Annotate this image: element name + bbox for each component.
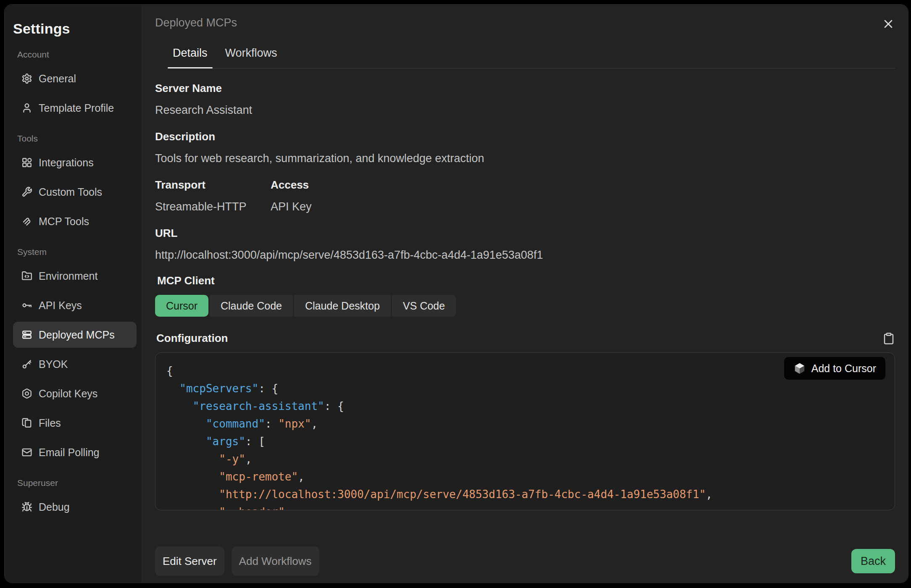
sidebar-item-label: Environment — [39, 270, 97, 282]
server-icon — [21, 329, 32, 340]
sidebar-item-files[interactable]: Files — [13, 410, 137, 436]
section-label: System — [17, 247, 137, 257]
sidebar-item-label: API Keys — [39, 299, 82, 312]
configuration-code-block[interactable]: { "mcpServers": { "research-assistant": … — [155, 352, 895, 510]
sidebar-item-label: Debug — [39, 501, 70, 513]
sidebar-title: Settings — [13, 21, 137, 37]
hexagon-circle-icon — [21, 388, 32, 399]
tab-workflows[interactable]: Workflows — [220, 43, 282, 68]
sidebar-item-email-polling[interactable]: Email Polling — [13, 439, 137, 465]
code-line: "args": [ — [166, 433, 884, 450]
sidebar-item-label: Email Polling — [39, 446, 100, 459]
sidebar-item-integrations[interactable]: Integrations — [13, 150, 137, 176]
deployed-mcps-panel: Deployed MCPs Details Workflows Server N… — [142, 5, 908, 583]
sidebar-item-label: Files — [39, 417, 61, 429]
client-option-claude-code[interactable]: Claude Code — [210, 295, 293, 317]
sidebar-item-label: Copilot Keys — [39, 388, 97, 400]
sidebar-item-label: General — [39, 73, 76, 85]
sidebar-section-tools: Tools Integrations Custom Tools MCP Tool… — [13, 134, 137, 234]
transport-access-row: Transport Streamable-HTTP Access API Key — [155, 165, 895, 213]
sidebar-section-account: Account General Template Profile — [13, 50, 137, 121]
url-label: URL — [155, 227, 895, 240]
client-option-cursor[interactable]: Cursor — [155, 295, 208, 317]
back-button[interactable]: Back — [851, 549, 895, 573]
sidebar-item-custom-tools[interactable]: Custom Tools — [13, 179, 137, 205]
code-line: "research-assistant": { — [166, 397, 884, 415]
configuration-header: Configuration — [155, 332, 895, 345]
mail-icon — [21, 447, 32, 458]
sidebar-item-api-keys[interactable]: API Keys — [13, 292, 137, 318]
blocks-icon — [21, 157, 32, 168]
client-option-vs-code[interactable]: VS Code — [392, 295, 456, 317]
sidebar-item-debug[interactable]: Debug — [13, 494, 137, 520]
sidebar-item-general[interactable]: General — [13, 66, 137, 92]
sidebar-section-superuser: Superuser Debug — [13, 478, 137, 520]
sidebar-item-mcp-tools[interactable]: MCP Tools — [13, 208, 137, 234]
add-workflows-button[interactable]: Add Workflows — [232, 546, 319, 576]
settings-sidebar: Settings Account General Template Profil… — [5, 5, 142, 583]
bug-icon — [21, 501, 32, 512]
configuration-label: Configuration — [156, 332, 228, 345]
sidebar-item-byok[interactable]: BYOK — [13, 351, 137, 377]
panel-footer: Edit Server Add Workflows Back — [155, 533, 895, 576]
settings-modal: Settings Account General Template Profil… — [4, 4, 908, 583]
sidebar-item-label: Integrations — [39, 157, 94, 169]
server-name-value: Research Assistant — [155, 104, 895, 117]
tab-details[interactable]: Details — [168, 43, 213, 68]
code-line: "http://localhost:3000/api/mcp/serve/485… — [166, 486, 884, 503]
sidebar-section-system: System Environment API Keys Deployed MCP… — [13, 247, 137, 465]
sidebar-item-label: Deployed MCPs — [39, 329, 115, 341]
sidebar-item-deployed-mcps[interactable]: Deployed MCPs — [13, 322, 137, 348]
code-content: { "mcpServers": { "research-assistant": … — [155, 353, 895, 510]
server-name-label: Server Name — [155, 82, 895, 95]
sidebar-item-environment[interactable]: Environment — [13, 263, 137, 289]
mcp-client-label: MCP Client — [157, 274, 895, 287]
code-line: "--header" — [166, 503, 884, 510]
close-icon[interactable] — [882, 17, 895, 31]
wrench-icon — [21, 186, 32, 197]
add-to-cursor-label: Add to Cursor — [811, 362, 876, 375]
sidebar-item-template-profile[interactable]: Template Profile — [13, 95, 137, 121]
key-diagonal-icon — [21, 359, 32, 370]
code-line: "-y", — [166, 450, 884, 468]
mcp-client-selector: Cursor Claude Code Claude Desktop VS Cod… — [155, 295, 895, 317]
code-line: "mcpServers": { — [166, 380, 884, 397]
code-line: "command": "npx", — [166, 415, 884, 433]
access-label: Access — [271, 178, 312, 192]
section-label: Superuser — [17, 478, 137, 488]
files-icon — [21, 417, 32, 428]
description-value: Tools for web research, summarization, a… — [155, 152, 895, 165]
description-label: Description — [155, 130, 895, 143]
add-to-cursor-button[interactable]: Add to Cursor — [784, 357, 885, 380]
url-value: http://localhost:3000/api/mcp/serve/4853… — [155, 249, 895, 262]
tab-bar: Details Workflows — [168, 43, 895, 68]
user-icon — [21, 102, 32, 113]
folder-code-icon — [21, 270, 32, 281]
section-label: Account — [17, 50, 137, 60]
sidebar-item-label: BYOK — [39, 358, 68, 370]
sidebar-item-label: Template Profile — [39, 102, 114, 114]
panel-header: Deployed MCPs — [155, 16, 895, 31]
edit-server-button[interactable]: Edit Server — [155, 546, 224, 576]
transport-label: Transport — [155, 178, 271, 192]
mcp-icon — [21, 216, 32, 227]
sidebar-item-label: Custom Tools — [39, 186, 102, 198]
transport-value: Streamable-HTTP — [155, 200, 271, 213]
sidebar-item-copilot-keys[interactable]: Copilot Keys — [13, 381, 137, 407]
panel-title: Deployed MCPs — [155, 16, 237, 29]
code-line: "mcp-remote", — [166, 468, 884, 486]
section-label: Tools — [17, 134, 137, 144]
code-line: { — [166, 362, 884, 380]
cursor-logo-icon — [793, 362, 806, 375]
copy-icon[interactable] — [882, 332, 895, 345]
key-icon — [21, 300, 32, 311]
gear-icon — [21, 73, 32, 84]
access-value: API Key — [271, 200, 312, 213]
sidebar-item-label: MCP Tools — [39, 215, 89, 228]
client-option-claude-desktop[interactable]: Claude Desktop — [294, 295, 391, 317]
